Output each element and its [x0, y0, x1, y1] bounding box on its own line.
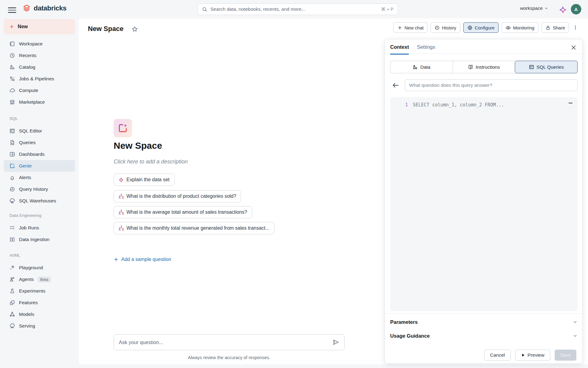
- back-arrow-icon[interactable]: [392, 82, 399, 89]
- eye-icon: [506, 25, 511, 30]
- history-label: History: [442, 25, 456, 30]
- history-button[interactable]: History: [431, 22, 460, 33]
- add-sample-question-link[interactable]: Add a sample question: [114, 257, 171, 262]
- sidebar-item-serving[interactable]: Serving: [4, 320, 75, 332]
- configure-button[interactable]: Configure: [463, 22, 499, 33]
- sample-question-button-3[interactable]: 123What is the monthly total revenue gen…: [114, 222, 274, 234]
- space-title: New Space: [114, 140, 162, 151]
- sample-question-label: What is the average total amount of sale…: [126, 209, 247, 215]
- recents-icon: [9, 53, 15, 58]
- chevron-down-icon: [573, 320, 578, 324]
- lock-icon: [545, 25, 551, 30]
- sidebar-item-label: Marketplace: [19, 99, 45, 105]
- chevron-down-icon: [544, 6, 548, 10]
- favorite-star-icon[interactable]: [132, 26, 138, 32]
- chat-input[interactable]: Ask your question...: [114, 334, 345, 350]
- sidebar-item-catalog[interactable]: Catalog: [4, 61, 75, 73]
- workspace-switcher[interactable]: workspace: [520, 6, 548, 11]
- mode-sql-queries-label: SQL Queries: [537, 64, 564, 70]
- sample-question-button-2[interactable]: 123What is the average total amount of s…: [114, 206, 252, 218]
- sidebar-item-sql-editor[interactable]: SQL Editor: [4, 125, 75, 137]
- search-shortcut: ⌘ + P: [381, 7, 394, 12]
- collapse-minus-icon[interactable]: [568, 100, 573, 106]
- parameters-section-toggle[interactable]: Parameters: [390, 318, 578, 326]
- logo-wordmark: databricks: [34, 4, 66, 12]
- sidebar-item-label: SQL Warehouses: [19, 198, 56, 204]
- menu-icon[interactable]: [8, 6, 16, 13]
- monitoring-button[interactable]: Monitoring: [502, 22, 538, 33]
- sidebar-item-alerts[interactable]: Alerts: [4, 172, 75, 183]
- history-icon: [435, 25, 440, 30]
- dashboards-icon: [9, 151, 15, 157]
- top-bar: databricks Search data, notebooks, recen…: [0, 0, 588, 18]
- sidebar-item-features[interactable]: Features: [4, 297, 75, 309]
- global-search-input[interactable]: Search data, notebooks, recents, and mor…: [198, 3, 398, 15]
- more-options-kebab-icon[interactable]: [572, 22, 579, 33]
- new-chat-button[interactable]: New chat: [393, 22, 428, 33]
- sidebar-item-label: Experiments: [19, 288, 45, 294]
- sql-editor-area[interactable]: 1 SELECT column_1, column_2 FROM...: [390, 97, 578, 311]
- sidebar-item-marketplace[interactable]: Marketplace: [4, 96, 75, 108]
- sql-editor-icon: [9, 128, 15, 134]
- sidebar-item-job-runs[interactable]: Job Runs: [4, 222, 75, 234]
- serving-icon: [9, 323, 15, 329]
- sidebar-item-label: Job Runs: [19, 225, 39, 231]
- preview-button[interactable]: Preview: [515, 350, 550, 361]
- sidebar-item-sql-warehouses[interactable]: SQL Warehouses: [4, 195, 75, 207]
- sidebar-item-query-history[interactable]: Query History: [4, 183, 75, 195]
- share-button[interactable]: Share: [541, 22, 569, 33]
- panel-footer: Cancel Preview Save: [484, 350, 576, 361]
- sidebar-item-label: Playground: [19, 265, 43, 270]
- sections-divider: [385, 313, 582, 314]
- cancel-button[interactable]: Cancel: [484, 350, 511, 361]
- avatar[interactable]: A: [571, 4, 581, 14]
- sidebar-item-label: Compute: [19, 88, 38, 93]
- models-icon: [9, 312, 15, 317]
- sidebar-item-dashboards[interactable]: Dashboards: [4, 148, 75, 160]
- queries-icon: [9, 140, 15, 145]
- sidebar-item-compute[interactable]: Compute: [4, 85, 75, 96]
- save-button[interactable]: Save: [555, 350, 576, 361]
- sidebar-item-genie[interactable]: Genie: [4, 160, 75, 172]
- query-question-input[interactable]: What question does this query answer?: [405, 79, 578, 91]
- tab-context[interactable]: Context: [390, 44, 409, 55]
- sidebar-item-data-ingestion[interactable]: Data Ingestion: [4, 234, 75, 245]
- sidebar-item-label: Alerts: [19, 175, 31, 180]
- sql-terminal-icon: [529, 64, 534, 70]
- mode-instructions-button[interactable]: Instructions: [453, 61, 515, 73]
- tab-settings[interactable]: Settings: [417, 44, 435, 55]
- job-runs-icon: [9, 225, 15, 231]
- share-label: Share: [553, 25, 565, 30]
- sidebar-item-label: Queries: [19, 140, 36, 145]
- mode-instructions-label: Instructions: [476, 64, 500, 70]
- sidebar-item-recents[interactable]: Recents: [4, 50, 75, 61]
- code-line: 1 SELECT column_1, column_2 FROM...: [390, 102, 504, 108]
- sidebar-item-label: Workspace: [19, 41, 43, 47]
- line-number: 1: [390, 102, 408, 108]
- sidebar-item-queries[interactable]: Queries: [4, 137, 75, 148]
- sidebar-item-jobs-pipelines[interactable]: Jobs & Pipelines: [4, 73, 75, 85]
- space-description-placeholder[interactable]: Click here to add a description: [114, 159, 188, 165]
- usage-guidance-section-toggle[interactable]: Usage Guidance: [390, 332, 578, 339]
- mode-data-button[interactable]: Data: [390, 61, 453, 73]
- sidebar-item-agents[interactable]: AgentsBeta: [4, 274, 75, 285]
- workspace-icon: [9, 41, 15, 47]
- send-icon[interactable]: [332, 339, 339, 346]
- parameters-label: Parameters: [390, 319, 418, 325]
- page-title: New Space: [88, 25, 123, 33]
- new-button[interactable]: + New: [4, 19, 75, 34]
- sidebar-item-experiments[interactable]: Experiments: [4, 285, 75, 297]
- sample-question-button-1[interactable]: 123What is the distribution of product c…: [114, 190, 241, 202]
- close-icon[interactable]: [570, 44, 577, 51]
- mode-sql-queries-button[interactable]: SQL Queries: [515, 61, 578, 73]
- catalog-icon: [413, 64, 418, 70]
- assistant-sparkle-icon[interactable]: [559, 6, 567, 13]
- explain-dataset-button[interactable]: Explain the data set: [114, 174, 175, 186]
- sidebar-item-workspace[interactable]: Workspace: [4, 38, 75, 50]
- agents-icon: [9, 277, 15, 282]
- sidebar-item-playground[interactable]: Playground: [4, 262, 75, 274]
- sidebar-item-models[interactable]: Models: [4, 309, 75, 320]
- sidebar-item-label: Catalog: [19, 64, 35, 70]
- tabs-divider: [385, 53, 582, 54]
- sidebar-item-label: Recents: [19, 53, 36, 58]
